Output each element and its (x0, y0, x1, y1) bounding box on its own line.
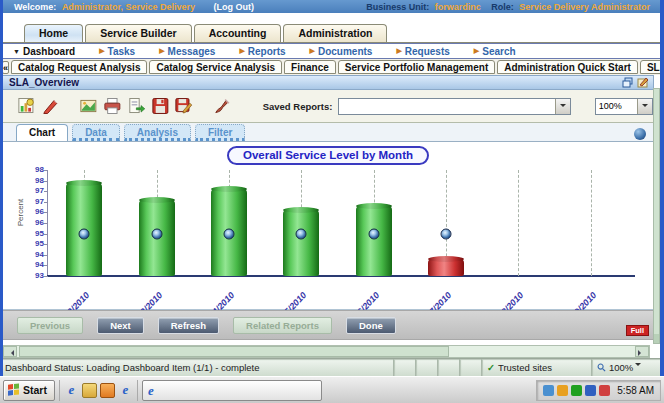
tab-home[interactable]: Home (24, 24, 83, 42)
user-name: Administrator, Service Delivery (62, 2, 195, 12)
dashboard-tab-catalog-service-analysis[interactable]: Catalog Service Analysis (149, 60, 282, 74)
scrollbar-thumb[interactable] (19, 346, 449, 357)
y-axis-tick-label: 95 (35, 230, 44, 238)
edit-pencil-icon[interactable] (41, 96, 60, 116)
y-axis-tick (44, 255, 48, 256)
dashboard-tab-finance[interactable]: Finance (284, 60, 336, 74)
refresh-button[interactable]: Refresh (158, 317, 219, 334)
window-border-left (0, 0, 3, 376)
y-axis-tick (44, 181, 48, 182)
main-tab-bar: HomeService BuilderAccountingAdministrat… (0, 23, 664, 43)
edit-panel-icon[interactable] (637, 77, 649, 88)
arrow-icon: ▶ (99, 47, 104, 55)
dropdown-arrow-icon[interactable] (555, 99, 570, 114)
app-icon[interactable] (100, 383, 115, 398)
browser-zoom-pane[interactable]: 100% (592, 359, 664, 376)
security-zone-pane: ✓ Trusted sites (482, 359, 592, 376)
dashboard-tab-administration-quick-start[interactable]: Administration Quick Start (497, 60, 638, 74)
subnav-item-messages[interactable]: ▶Messages (159, 46, 215, 57)
role-value: Service Delivery Administrator (519, 2, 650, 12)
chart-subtab-filter[interactable]: Filter (195, 124, 245, 141)
chart-subtab-analysis[interactable]: Analysis (124, 124, 191, 141)
zone-text: Trusted sites (498, 362, 552, 373)
y-axis-tick-label: 96 (35, 219, 44, 227)
subnav-item-dashboard[interactable]: ▼Dashboard (13, 46, 75, 57)
scroll-tabs-left-button[interactable]: « (2, 61, 9, 74)
export-icon[interactable] (127, 96, 146, 116)
subnav-item-search[interactable]: ▶Search (474, 46, 516, 57)
chart-subtab-data[interactable]: Data (72, 124, 120, 141)
subnav-label: Requests (405, 46, 450, 57)
y-axis-label: Percent (16, 199, 25, 227)
dashboard-tab-catalog-request-analysis[interactable]: Catalog Request Analysis (11, 60, 147, 74)
chart-wizard-icon[interactable] (17, 96, 36, 116)
chart-area: Overall Service Level by Month Percent 9… (2, 142, 654, 310)
target-marker-02-2010 (79, 228, 90, 239)
window-border-right (660, 0, 664, 376)
tab-administration[interactable]: Administration (283, 24, 387, 42)
chart-image-icon[interactable] (79, 96, 98, 116)
save-as-icon[interactable] (174, 96, 193, 116)
browser-icon[interactable]: e (118, 383, 133, 398)
browser-zoom-value: 100% (609, 362, 633, 373)
scroll-left-arrow-icon[interactable] (3, 346, 17, 357)
help-icon[interactable] (634, 128, 646, 140)
taskbar-clock: 5:58 AM (617, 385, 654, 396)
ie-quicklaunch-icon[interactable]: e (64, 383, 79, 398)
subnav-item-reports[interactable]: ▶Reports (239, 46, 285, 57)
bar-05-2010[interactable] (283, 210, 319, 276)
y-axis-tick-label: 95 (35, 240, 44, 248)
y-axis-tick-label: 94 (35, 261, 44, 269)
tab-service-builder[interactable]: Service Builder (85, 24, 191, 42)
status-bar: Dashboard Status: Loading Dashboard Item… (0, 358, 664, 376)
subnav-bar: ▼Dashboard▶Tasks▶Messages▶Reports▶Docume… (2, 43, 662, 59)
taskbar: Start e e e 5:58 AM (0, 376, 664, 403)
chart-tab-row: ChartDataAnalysisFilter (2, 123, 654, 142)
system-tray: 5:58 AM (536, 380, 661, 401)
bar-06-2010[interactable] (356, 206, 392, 276)
logout-link[interactable]: (Log Out) (213, 2, 253, 12)
tray-icon[interactable] (557, 385, 568, 396)
vertical-scrollbar[interactable] (653, 88, 660, 344)
dashboard-tab-service-portfolio-management[interactable]: Service Portfolio Management (338, 60, 495, 74)
arrow-icon: ▶ (310, 47, 315, 55)
full-badge[interactable]: Full (626, 325, 649, 336)
print-icon[interactable] (103, 96, 122, 116)
chart-zoom-dropdown[interactable]: 100% (595, 98, 653, 115)
save-icon[interactable] (151, 96, 170, 116)
y-axis-tick (44, 191, 48, 192)
arrow-icon: ▶ (396, 47, 401, 55)
taskbar-window-button[interactable]: e (142, 380, 322, 401)
chart-subtab-chart[interactable]: Chart (16, 124, 68, 141)
status-pane (416, 359, 438, 376)
tray-icon[interactable] (571, 385, 582, 396)
quick-launch: e e (59, 380, 138, 401)
y-axis-tick-label: 96 (35, 208, 44, 216)
tray-icon[interactable] (599, 385, 610, 396)
tray-icon[interactable] (543, 385, 554, 396)
subnav-item-tasks[interactable]: ▶Tasks (99, 46, 135, 57)
bar-07-2010[interactable] (428, 259, 464, 276)
y-axis-tick (44, 202, 48, 203)
tab-accounting[interactable]: Accounting (194, 24, 282, 42)
start-button[interactable]: Start (3, 380, 55, 401)
brush-icon[interactable] (213, 96, 232, 116)
folder-icon[interactable] (82, 383, 97, 398)
done-button[interactable]: Done (346, 317, 396, 334)
subnav-item-documents[interactable]: ▶Documents (310, 46, 373, 57)
dashboard-tab-strip: «Catalog Request AnalysisCatalog Service… (0, 59, 664, 75)
subnav-label: Reports (248, 46, 286, 57)
subnav-label: Documents (318, 46, 372, 57)
saved-reports-dropdown[interactable] (338, 98, 570, 115)
related-reports-button: Related Reports (233, 317, 332, 334)
subnav-item-requests[interactable]: ▶Requests (396, 46, 449, 57)
next-button[interactable]: Next (97, 317, 144, 334)
horizontal-scrollbar[interactable] (2, 345, 650, 358)
subnav-label: Search (482, 46, 515, 57)
dropdown-arrow-icon[interactable] (637, 99, 652, 114)
tray-icon[interactable] (585, 385, 596, 396)
scroll-down-arrow-icon[interactable] (654, 334, 659, 343)
business-unit-value: forwardinc (435, 2, 481, 12)
restore-panel-icon[interactable] (622, 77, 634, 88)
scroll-right-arrow-icon[interactable] (635, 346, 649, 357)
